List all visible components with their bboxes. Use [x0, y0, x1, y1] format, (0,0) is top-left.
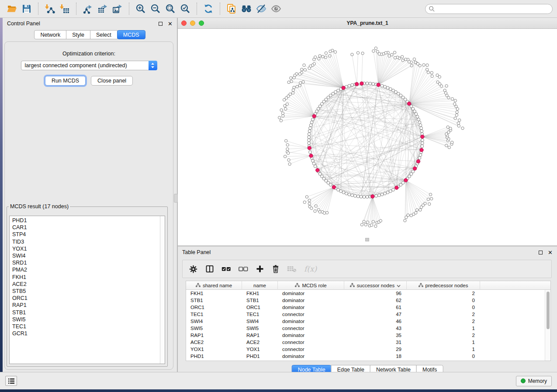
graph-node[interactable]	[281, 112, 284, 114]
close-panel-button[interactable]: Close panel	[91, 76, 133, 86]
graph-node[interactable]	[443, 89, 446, 92]
graph-node[interactable]	[415, 113, 418, 116]
table-row[interactable]: YOX1YOX1connector291	[186, 346, 550, 353]
table-row[interactable]: RAP1RAP1dominator352	[186, 332, 550, 339]
graph-node[interactable]	[449, 127, 452, 130]
graph-node[interactable]	[351, 53, 353, 56]
open-file-icon[interactable]	[5, 2, 18, 15]
graph-node[interactable]	[310, 121, 313, 124]
graph-node[interactable]	[282, 114, 284, 117]
graph-node[interactable]	[446, 126, 449, 128]
vertical-splitter-handle[interactable]	[174, 194, 178, 203]
import-table-icon[interactable]	[58, 2, 71, 15]
graph-node[interactable]	[420, 130, 423, 133]
network-from-selection-icon[interactable]	[225, 2, 238, 15]
show-panels-button[interactable]	[5, 376, 17, 386]
graph-node[interactable]	[420, 127, 423, 130]
graph-node[interactable]	[318, 57, 320, 60]
graph-node[interactable]	[324, 56, 327, 58]
graph-node[interactable]	[458, 119, 461, 121]
graph-node[interactable]	[401, 181, 405, 184]
find-icon[interactable]	[240, 2, 253, 15]
table-settings-gear-icon[interactable]	[189, 265, 198, 274]
graph-node[interactable]	[348, 193, 351, 196]
graph-node[interactable]	[363, 220, 365, 223]
graph-node[interactable]	[389, 190, 392, 193]
graph-node[interactable]	[308, 202, 311, 205]
graph-node[interactable]	[278, 116, 281, 119]
graph-node[interactable]	[374, 225, 377, 227]
graph-node[interactable]	[308, 67, 311, 69]
graph-node[interactable]	[314, 165, 317, 168]
graph-node[interactable]	[386, 86, 389, 89]
graph-node[interactable]	[351, 83, 354, 86]
graph-node[interactable]	[455, 113, 458, 116]
graph-node[interactable]	[429, 193, 432, 196]
tab-network[interactable]: Network	[34, 30, 66, 39]
graph-node[interactable]	[414, 61, 417, 64]
graph-node[interactable]	[415, 209, 418, 211]
graph-node[interactable]	[337, 188, 340, 191]
graph-node[interactable]	[451, 97, 453, 100]
graph-node[interactable]	[366, 196, 369, 199]
graph-node[interactable]	[421, 142, 424, 145]
graph-node[interactable]	[377, 83, 380, 86]
graph-node[interactable]	[360, 195, 363, 198]
canvas-splitter-handle[interactable]	[365, 238, 369, 241]
graph-node[interactable]	[308, 139, 311, 142]
graph-node[interactable]	[299, 82, 302, 84]
zoom-in-icon[interactable]	[134, 2, 147, 15]
graph-node[interactable]	[351, 194, 354, 197]
graph-node[interactable]	[428, 203, 431, 205]
graph-node[interactable]	[370, 224, 373, 227]
list-item[interactable]: YOX1	[12, 245, 160, 252]
graph-node[interactable]	[280, 119, 282, 122]
graph-node[interactable]	[292, 89, 294, 91]
graph-node[interactable]	[312, 162, 315, 165]
graph-node[interactable]	[355, 82, 359, 86]
float-window-icon[interactable]	[159, 22, 163, 26]
list-item[interactable]: ORC1	[12, 295, 160, 302]
graph-node[interactable]	[430, 71, 433, 74]
table-scrollbar-thumb[interactable]	[547, 292, 550, 329]
graph-node[interactable]	[309, 127, 312, 130]
table-row[interactable]: SWI5SWI5connector431	[186, 325, 550, 332]
graph-node[interactable]	[283, 99, 285, 101]
graph-node[interactable]	[310, 207, 313, 210]
graph-node[interactable]	[454, 117, 457, 120]
graph-node[interactable]	[332, 186, 336, 189]
graph-node[interactable]	[445, 85, 448, 87]
graph-node[interactable]	[348, 84, 351, 87]
graph-node[interactable]	[303, 64, 305, 66]
graph-node[interactable]	[296, 85, 298, 88]
graph-node[interactable]	[426, 68, 429, 71]
graph-node[interactable]	[290, 77, 292, 79]
graph-node[interactable]	[372, 220, 374, 223]
graph-node[interactable]	[392, 188, 395, 191]
graph-node[interactable]	[413, 167, 416, 170]
table-row[interactable]: FKH1FKH1dominator962	[186, 290, 550, 297]
graph-node[interactable]	[288, 163, 291, 165]
graph-node[interactable]	[304, 69, 306, 71]
graph-node[interactable]	[315, 205, 317, 207]
graph-node[interactable]	[372, 83, 375, 86]
graph-node[interactable]	[426, 64, 429, 66]
graph-node[interactable]	[388, 55, 391, 57]
graph-node[interactable]	[384, 85, 387, 88]
graph-node[interactable]	[431, 75, 433, 77]
table-row[interactable]: ACE2ACE2connector311	[186, 339, 550, 346]
list-item[interactable]: STB5	[12, 288, 160, 295]
table-row[interactable]: SWI4SWI4dominator462	[186, 318, 550, 325]
graph-node[interactable]	[389, 88, 392, 91]
graph-node[interactable]	[418, 121, 421, 124]
graph-node[interactable]	[329, 50, 332, 53]
graph-node[interactable]	[303, 201, 306, 203]
graph-node[interactable]	[407, 214, 409, 217]
graph-node[interactable]	[308, 146, 311, 150]
graph-node[interactable]	[427, 198, 429, 200]
list-item[interactable]: TID3	[12, 238, 160, 245]
graph-node[interactable]	[436, 74, 439, 76]
graph-node[interactable]	[311, 159, 315, 162]
graph-node[interactable]	[298, 84, 301, 87]
graph-node[interactable]	[420, 148, 423, 151]
